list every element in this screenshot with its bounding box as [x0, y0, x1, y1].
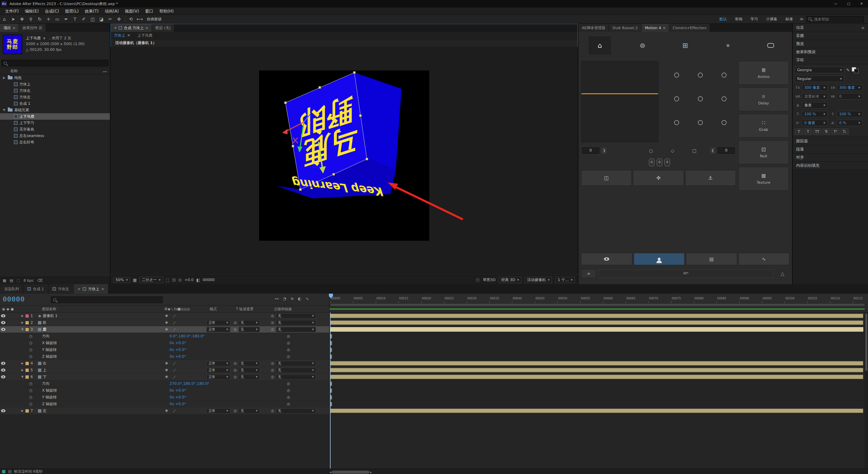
- label-chip[interactable]: [25, 321, 29, 325]
- selection-tool[interactable]: ➤: [9, 15, 18, 23]
- view-mode-select[interactable]: 经典 3D ▼: [499, 277, 521, 283]
- property-track[interactable]: [330, 387, 865, 394]
- tab-effect-controls[interactable]: 效果控件 后: [19, 24, 46, 32]
- close-icon[interactable]: ✕: [127, 33, 130, 38]
- trkmat-dropdown[interactable]: 无▼: [239, 327, 260, 332]
- text-color-swatches[interactable]: [852, 67, 859, 73]
- wave-button[interactable]: ∿: [738, 253, 790, 265]
- eye-icon[interactable]: [1, 321, 5, 324]
- circle-icon[interactable]: ○: [649, 148, 653, 153]
- right-paren-button[interactable]: ❮: [709, 146, 716, 155]
- view-count-select[interactable]: 1 个… ▼: [555, 277, 575, 283]
- anchor-button[interactable]: ⚓: [685, 170, 736, 186]
- parent-dropdown[interactable]: 无▼: [276, 320, 316, 325]
- property-track[interactable]: [330, 333, 865, 340]
- project-item[interactable]: 无字幕色: [0, 126, 110, 133]
- grab-button[interactable]: ∷Grab: [738, 114, 789, 138]
- property-row[interactable]: ◷方向0.0°,180.0°,180.0°◎: [0, 333, 329, 340]
- project-item[interactable]: 方块上: [0, 81, 110, 87]
- motion-blur-icon[interactable]: ◐: [298, 296, 301, 301]
- panel-tab[interactable]: Motion 4≡: [642, 24, 669, 32]
- tab-project[interactable]: 项目 ≡: [0, 24, 19, 32]
- panel-tab[interactable]: 音频: [793, 32, 868, 40]
- mode-dropdown[interactable]: 正常▼: [206, 374, 230, 380]
- puppet-tool[interactable]: ✜: [115, 15, 123, 23]
- property-value[interactable]: 0x +0.0°: [170, 354, 186, 359]
- layer-duration-bar[interactable]: [330, 361, 863, 366]
- pickwhip-icon[interactable]: ◎: [271, 327, 274, 332]
- exposure-value[interactable]: +0.0: [184, 278, 194, 282]
- orbit-tool[interactable]: ↻: [35, 15, 44, 23]
- project-item[interactable]: ▼基础元素: [0, 107, 110, 113]
- options-button[interactable]: ≡: [581, 269, 596, 278]
- anchor-circle[interactable]: [698, 73, 703, 78]
- panel-tab-character[interactable]: 字符: [793, 56, 868, 64]
- fx-switch[interactable]: ／: [173, 361, 176, 366]
- anchor-circle[interactable]: [674, 73, 679, 78]
- quality-switch[interactable]: ◉: [165, 320, 168, 325]
- anchor-circle[interactable]: [722, 120, 727, 125]
- trkmat-dropdown[interactable]: 无▼: [239, 320, 260, 325]
- stopwatch-icon[interactable]: ◷: [29, 381, 33, 386]
- counter-pill[interactable]: 0: [665, 159, 670, 166]
- tab-layer-viewer[interactable]: 图层 (无): [152, 24, 174, 32]
- gizmo-axis-icon[interactable]: ⟷: [135, 15, 144, 23]
- trkmat-dropdown[interactable]: 无▼: [239, 374, 260, 380]
- stopwatch-icon[interactable]: ◷: [29, 341, 33, 345]
- menu-item[interactable]: 动画(A): [102, 7, 122, 15]
- zoom-select[interactable]: 50% ▼: [113, 277, 130, 283]
- panel-tab[interactable]: Duik Bassel.2: [609, 24, 641, 32]
- mode-dropdown[interactable]: 正常▼: [206, 361, 230, 366]
- twirl-icon[interactable]: ▼: [2, 108, 6, 112]
- anchor-circle[interactable]: [722, 73, 727, 78]
- panel-tab[interactable]: 跟踪器: [793, 137, 868, 145]
- panel-menu-icon[interactable]: ≡: [101, 287, 104, 291]
- region-of-interest-icon[interactable]: ⊡: [172, 278, 176, 282]
- mode-dropdown[interactable]: 正常▼: [206, 327, 230, 332]
- quality-switch[interactable]: ◉: [165, 314, 168, 318]
- pen-tool[interactable]: ✒: [62, 15, 71, 23]
- twirl-icon[interactable]: ▶: [20, 321, 25, 324]
- panel-tab[interactable]: 预览: [793, 40, 868, 48]
- menu-item[interactable]: 文件(F): [2, 7, 22, 15]
- layer-track[interactable]: [330, 408, 865, 414]
- minimize-button[interactable]: —: [829, 0, 842, 7]
- workspace-button[interactable]: 小屏幕: [762, 15, 781, 23]
- project-item[interactable]: 左右seamless: [0, 133, 110, 139]
- trkmat-icon[interactable]: ◎: [234, 368, 237, 372]
- faux-style-button[interactable]: T₁: [841, 129, 849, 135]
- layer-duration-bar[interactable]: [330, 314, 863, 318]
- home-tool[interactable]: ⌂: [0, 15, 9, 23]
- pan-behind-tool[interactable]: ✛: [44, 15, 53, 23]
- mask-tool[interactable]: ▭: [53, 15, 62, 23]
- twirl-icon[interactable]: ▶: [2, 76, 6, 79]
- chat-nav-button[interactable]: [760, 37, 782, 54]
- property-row[interactable]: ◷Z 轴旋转0x +0.0°◎: [0, 353, 329, 360]
- menu-item[interactable]: 帮助(H): [156, 7, 177, 15]
- layer-row[interactable]: ▶4右◉／正常▼◎无▼◎无▼: [0, 360, 329, 367]
- stopwatch-icon[interactable]: ◷: [29, 334, 33, 338]
- link-icon[interactable]: ◎: [287, 395, 290, 399]
- graph-editor-icon[interactable]: ∿: [305, 296, 309, 301]
- menu-item[interactable]: 图层(L): [62, 7, 82, 15]
- interpret-footage-icon[interactable]: ▦: [3, 278, 6, 283]
- pickwhip-icon[interactable]: ◎: [271, 314, 274, 318]
- composition-canvas[interactable]: 马鹿 野郎 Keep Learning: [259, 71, 429, 241]
- kerning-select[interactable]: 度量标准 ▼: [802, 93, 828, 100]
- panel-tab[interactable]: Cloners+Effectors: [669, 24, 710, 32]
- project-item[interactable]: ▶纯色: [0, 75, 110, 81]
- right-count-field[interactable]: 0: [717, 146, 736, 155]
- menu-item[interactable]: 效果(T): [82, 7, 102, 15]
- layer-track[interactable]: [330, 313, 865, 319]
- layers-button[interactable]: ▤: [686, 253, 737, 265]
- layer-duration-bar[interactable]: [330, 368, 863, 372]
- leading-select[interactable]: 300 像素 ▼: [837, 84, 863, 91]
- warning-triangle-icon[interactable]: △: [776, 269, 789, 278]
- link-icon[interactable]: ◎: [287, 402, 290, 406]
- property-row[interactable]: ◷Y 轴旋转0x +0.0°◎: [0, 347, 329, 353]
- panel-menu-icon[interactable]: ≡: [663, 26, 666, 30]
- property-value[interactable]: 0x +0.0°: [170, 395, 186, 399]
- menu-item[interactable]: 合成(C): [42, 7, 62, 15]
- property-track[interactable]: [330, 353, 865, 360]
- timeline-tab[interactable]: 渲染队列: [0, 284, 23, 294]
